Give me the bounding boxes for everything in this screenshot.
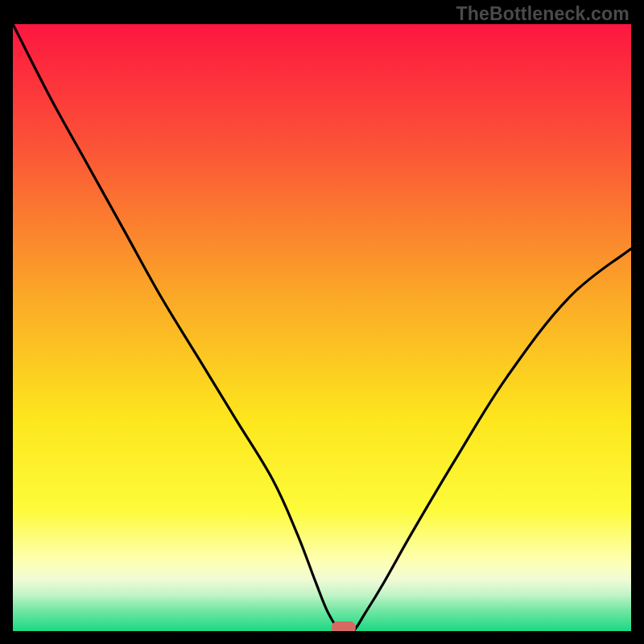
chart-frame: TheBottleneck.com [0,0,644,644]
plot-area [13,24,631,631]
chart-svg [13,24,631,631]
gradient-background [13,24,631,631]
optimal-point-marker [332,621,356,631]
watermark-text: TheBottleneck.com [456,3,630,25]
